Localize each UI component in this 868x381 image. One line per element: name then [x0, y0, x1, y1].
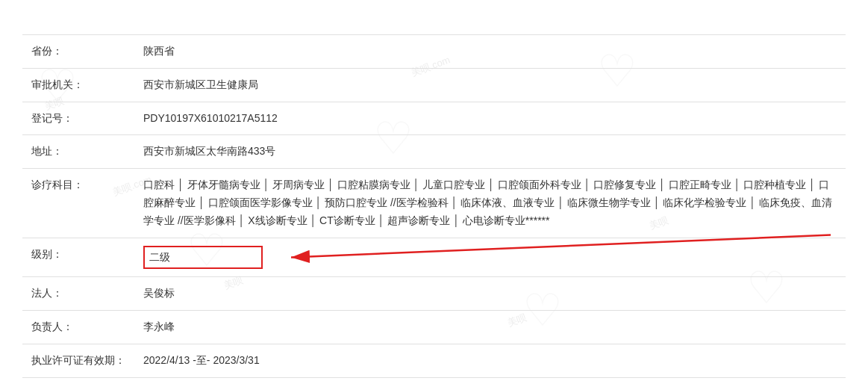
field-value: 吴俊标 — [134, 277, 846, 311]
field-value: 陕西省 — [134, 35, 846, 69]
field-value: 西安市新城区卫生健康局 — [134, 68, 846, 102]
field-value: 2022/4/13 -至- 2023/3/31 — [134, 344, 846, 377]
field-label: 法人： — [22, 277, 134, 311]
field-label: 登记号： — [22, 102, 134, 135]
table-row: 执业许可证有效期：2022/4/13 -至- 2023/3/31 — [22, 344, 846, 377]
table-row: 登记号：PDY10197X61010217A5112 — [22, 102, 846, 135]
field-value: 西安市新城区太华南路433号 — [134, 135, 846, 169]
info-section: 省份：陕西省审批机关：西安市新城区卫生健康局登记号：PDY10197X61010… — [22, 34, 846, 378]
table-row: 负责人：李永峰 — [22, 311, 846, 344]
table-row: 地址：西安市新城区太华南路433号 — [22, 135, 846, 169]
page-content: 省份：陕西省审批机关：西安市新城区卫生健康局登记号：PDY10197X61010… — [0, 0, 868, 381]
field-value: 李永峰 — [134, 311, 846, 344]
info-table: 省份：陕西省审批机关：西安市新城区卫生健康局登记号：PDY10197X61010… — [22, 34, 846, 378]
page-title — [22, 7, 846, 34]
field-label: 地址： — [22, 135, 134, 169]
field-label: 诊疗科目： — [22, 169, 134, 238]
table-row: 法人：吴俊标 — [22, 277, 846, 311]
field-label: 省份： — [22, 35, 134, 69]
field-label: 审批机关： — [22, 68, 134, 102]
table-row: 省份：陕西省 — [22, 35, 846, 69]
field-value: 口腔科 │ 牙体牙髓病专业 │ 牙周病专业 │ 口腔粘膜病专业 │ 儿童口腔专业… — [134, 169, 846, 238]
field-label: 负责人： — [22, 311, 134, 344]
field-label: 级别： — [22, 238, 134, 277]
table-row: 审批机关：西安市新城区卫生健康局 — [22, 68, 846, 102]
field-label: 执业许可证有效期： — [22, 344, 134, 377]
field-value: 二级 — [134, 238, 846, 277]
table-row: 级别：二级 — [22, 238, 846, 277]
table-row: 诊疗科目：口腔科 │ 牙体牙髓病专业 │ 牙周病专业 │ 口腔粘膜病专业 │ 儿… — [22, 169, 846, 238]
field-value: PDY10197X61010217A5112 — [134, 102, 846, 135]
highlight-box: 二级 — [143, 246, 263, 270]
